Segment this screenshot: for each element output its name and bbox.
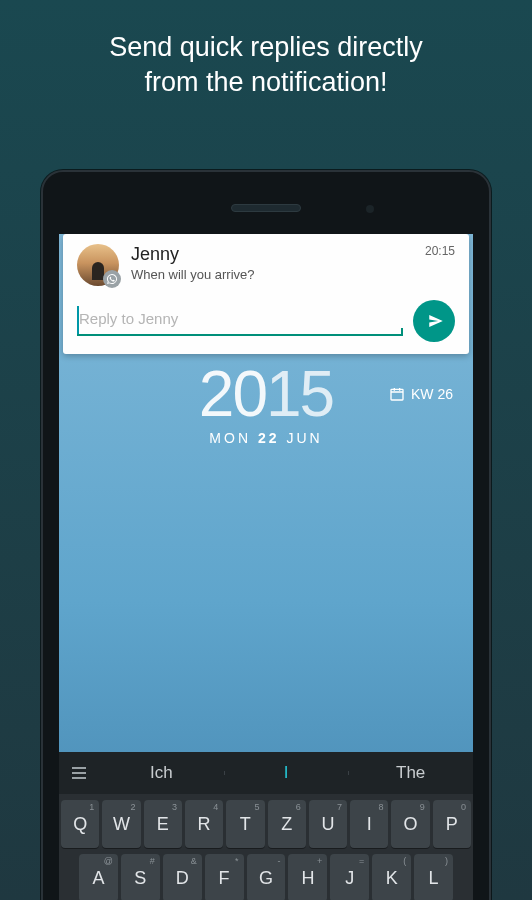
suggestion-2[interactable]: I bbox=[224, 763, 349, 783]
keyboard-menu-icon[interactable] bbox=[59, 767, 99, 779]
suggestion-bar: Ich I The bbox=[59, 752, 473, 794]
message-preview: When will you arrive? bbox=[131, 267, 413, 282]
calendar-week-badge: KW 26 bbox=[389, 386, 453, 402]
reply-input[interactable]: Reply to Jenny bbox=[77, 306, 403, 336]
key-sub: 4 bbox=[213, 802, 218, 812]
key-o[interactable]: O9 bbox=[391, 800, 429, 848]
key-j[interactable]: J= bbox=[330, 854, 369, 900]
key-sub: & bbox=[191, 856, 197, 866]
send-icon bbox=[427, 312, 445, 330]
week-label: KW 26 bbox=[411, 386, 453, 402]
promo-line2: from the notification! bbox=[144, 67, 387, 97]
key-sub: + bbox=[317, 856, 322, 866]
promo-headline: Send quick replies directly from the not… bbox=[0, 0, 532, 120]
notification-time: 20:15 bbox=[425, 244, 455, 258]
keyboard-rows: Q1W2E3R4T5Z6U7I8O9P0 A@S#D&F*G-H+J=K(L) … bbox=[59, 794, 473, 900]
key-f[interactable]: F* bbox=[205, 854, 244, 900]
key-sub: 1 bbox=[89, 802, 94, 812]
phone-frame: Jenny When will you arrive? 20:15 Reply … bbox=[41, 170, 491, 900]
notification-text: Jenny When will you arrive? bbox=[131, 244, 413, 282]
reply-placeholder: Reply to Jenny bbox=[79, 310, 178, 327]
key-a[interactable]: A@ bbox=[79, 854, 118, 900]
suggestion-3[interactable]: The bbox=[348, 763, 473, 783]
key-r[interactable]: R4 bbox=[185, 800, 223, 848]
phone-camera bbox=[366, 205, 374, 213]
key-sub: * bbox=[235, 856, 239, 866]
clock-widget: 2015 MON 22 JUN KW 26 bbox=[59, 362, 473, 446]
key-sub: 7 bbox=[337, 802, 342, 812]
clock-month: JUN bbox=[286, 430, 322, 446]
key-sub: 8 bbox=[378, 802, 383, 812]
key-l[interactable]: L) bbox=[414, 854, 453, 900]
key-sub: 6 bbox=[296, 802, 301, 812]
key-q[interactable]: Q1 bbox=[61, 800, 99, 848]
send-button[interactable] bbox=[413, 300, 455, 342]
key-u[interactable]: U7 bbox=[309, 800, 347, 848]
phone-speaker bbox=[231, 204, 301, 212]
key-sub: # bbox=[150, 856, 155, 866]
key-sub: 3 bbox=[172, 802, 177, 812]
key-z[interactable]: Z6 bbox=[268, 800, 306, 848]
key-t[interactable]: T5 bbox=[226, 800, 264, 848]
key-sub: 0 bbox=[461, 802, 466, 812]
sender-name: Jenny bbox=[131, 244, 413, 265]
suggestion-1[interactable]: Ich bbox=[99, 763, 224, 783]
key-i[interactable]: I8 bbox=[350, 800, 388, 848]
clock-date: MON 22 JUN bbox=[59, 430, 473, 446]
phone-screen: Jenny When will you arrive? 20:15 Reply … bbox=[59, 234, 473, 900]
key-sub: 5 bbox=[254, 802, 259, 812]
key-p[interactable]: P0 bbox=[433, 800, 471, 848]
reply-row: Reply to Jenny bbox=[77, 300, 455, 342]
avatar-wrap bbox=[77, 244, 119, 286]
key-h[interactable]: H+ bbox=[288, 854, 327, 900]
key-sub: 9 bbox=[420, 802, 425, 812]
key-sub: 2 bbox=[131, 802, 136, 812]
key-sub: ) bbox=[445, 856, 448, 866]
key-d[interactable]: D& bbox=[163, 854, 202, 900]
notification-header: Jenny When will you arrive? 20:15 bbox=[77, 244, 455, 286]
clock-day: MON bbox=[209, 430, 251, 446]
key-s[interactable]: S# bbox=[121, 854, 160, 900]
whatsapp-icon bbox=[103, 270, 121, 288]
key-sub: - bbox=[277, 856, 280, 866]
clock-date-num: 22 bbox=[258, 430, 280, 446]
clock-minutes: 15 bbox=[266, 358, 333, 430]
key-g[interactable]: G- bbox=[247, 854, 286, 900]
calendar-icon bbox=[389, 386, 405, 402]
svg-rect-0 bbox=[391, 389, 403, 400]
key-sub: = bbox=[359, 856, 364, 866]
keyboard-row-2: A@S#D&F*G-H+J=K(L) bbox=[61, 854, 471, 900]
notification-card: Jenny When will you arrive? 20:15 Reply … bbox=[63, 234, 469, 354]
keyboard-row-1: Q1W2E3R4T5Z6U7I8O9P0 bbox=[61, 800, 471, 848]
promo-line1: Send quick replies directly bbox=[109, 32, 423, 62]
key-sub: ( bbox=[403, 856, 406, 866]
keyboard: Ich I The Q1W2E3R4T5Z6U7I8O9P0 A@S#D&F*G… bbox=[59, 752, 473, 900]
clock-hours: 20 bbox=[199, 358, 266, 430]
key-w[interactable]: W2 bbox=[102, 800, 140, 848]
key-e[interactable]: E3 bbox=[144, 800, 182, 848]
key-k[interactable]: K( bbox=[372, 854, 411, 900]
key-sub: @ bbox=[104, 856, 113, 866]
